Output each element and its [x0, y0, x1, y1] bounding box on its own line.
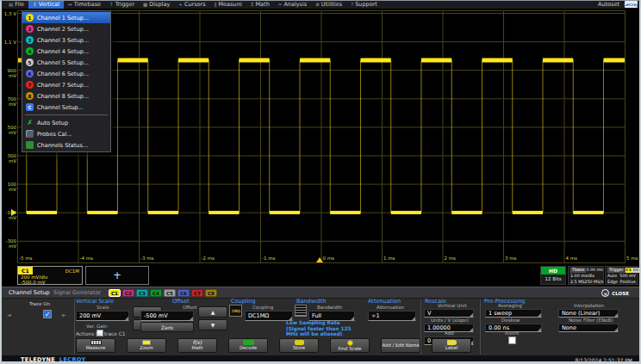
- menu-item-channel-4-setup[interactable]: 4Channel 4 Setup...: [22, 46, 110, 57]
- channel-button-c5[interactable]: C5: [164, 289, 176, 297]
- menu-item-channel-1-setup[interactable]: 1Channel 1 Setup...: [22, 12, 110, 23]
- next-arrow-icon[interactable]: ►: [62, 312, 66, 318]
- var-gain-label: Var. Gain: [86, 324, 108, 329]
- brand-lecroy: LECROY: [59, 356, 86, 363]
- timebase-descriptor-box[interactable]: Tbase 0.00 ms 1.00 ms/div 2.5 MS 250 MS/…: [568, 266, 604, 285]
- section-divider: [480, 299, 481, 355]
- menu-utilities[interactable]: ⊕Utilities: [311, 0, 346, 9]
- menu-item-channel-6-setup[interactable]: 6Channel 6 Setup...: [22, 68, 110, 79]
- menu-measure[interactable]: ∥Measure: [210, 0, 246, 9]
- menu-timebase[interactable]: ↔Timebase: [64, 0, 105, 9]
- scale-label: Scale: [96, 305, 109, 310]
- menu-file-label: File: [15, 1, 24, 8]
- trigger-descriptor-box[interactable]: Trigger C1 DC Auto 500 mV Edge Positive: [605, 266, 638, 285]
- menu-separator: [25, 114, 108, 115]
- menu-item-label: Channel 3 Setup...: [37, 37, 89, 44]
- vertical-scale-title: Vertical Scale: [76, 298, 114, 305]
- c1-channel-chip: C1: [18, 267, 33, 275]
- menu-item-label: Channel Setup...: [37, 104, 84, 111]
- menu-item-channel-5-setup[interactable]: 5Channel 5 Setup...: [22, 57, 110, 68]
- vertical-unit-field[interactable]: V: [424, 309, 474, 318]
- menu-display[interactable]: ▦Display: [139, 0, 174, 9]
- display-icon: ▦: [143, 2, 147, 7]
- c1-descriptor-box[interactable]: C1 DC1M 200 mV/div -500.0 mV: [17, 266, 83, 285]
- coupling-bnc-icon: 1MΩ: [229, 305, 242, 317]
- menu-file[interactable]: ▤File: [4, 0, 28, 9]
- action-add-edit-name-button[interactable]: Add / Edit Name: [381, 338, 420, 353]
- menu-item-channel-7-setup[interactable]: 7Channel 7 Setup...: [22, 79, 110, 90]
- menu-item-channels-status[interactable]: Channels Status...: [22, 139, 110, 151]
- menu-math[interactable]: ΣMath: [246, 0, 274, 9]
- menu-trigger[interactable]: ↑Trigger: [105, 0, 139, 9]
- menu-item-label: Probes Cal...: [37, 131, 72, 138]
- offset-down-button[interactable]: ▼: [198, 319, 227, 330]
- menu-cursors[interactable]: +Cursors: [174, 0, 209, 9]
- bandwidth-icon: [295, 305, 307, 317]
- menu-analysis[interactable]: ≈Analysis: [274, 0, 311, 9]
- interpolation-field[interactable]: None (Linear): [558, 309, 619, 318]
- scale-field[interactable]: 200 mV: [76, 311, 129, 321]
- action-label-button[interactable]: Label: [432, 338, 471, 353]
- channel-button-c6[interactable]: C6: [177, 289, 190, 297]
- channel-button-c7[interactable]: C7: [191, 289, 203, 297]
- action-label: Add / Edit Name: [383, 343, 420, 349]
- add-trace-button[interactable]: +: [85, 266, 149, 285]
- noise-filter-field[interactable]: None: [558, 324, 619, 332]
- hd-mode-box[interactable]: HD 12 Bits: [540, 266, 566, 285]
- channel-button-c4[interactable]: C4: [150, 289, 162, 297]
- menu-vertical[interactable]: ↕Vertical: [28, 0, 64, 9]
- action-zoom-button[interactable]: Zoom: [127, 338, 166, 353]
- action-math-button[interactable]: f(x)Math: [177, 338, 217, 353]
- menu-item-label: Channel 7 Setup...: [37, 82, 89, 89]
- channel-button-c8[interactable]: C8: [205, 289, 217, 297]
- offset-up-button[interactable]: ▲: [198, 306, 227, 318]
- menu-item-probes-cal[interactable]: Probes Cal...: [22, 128, 110, 139]
- channel-1-setup-icon: 1: [26, 14, 34, 22]
- offset-title: Offset: [172, 298, 190, 305]
- menu-item-auto-setup[interactable]: ✗Auto Setup: [22, 117, 110, 128]
- brand-teledyne: TELEDYNE: [21, 356, 55, 363]
- menu-trigger-label: Trigger: [115, 1, 134, 8]
- autoset-button[interactable]: Autoset: [598, 1, 619, 8]
- menu-cursors-label: Cursors: [184, 1, 206, 8]
- add-label: Add: [445, 330, 454, 336]
- x-axis-label: 1 ms: [383, 256, 395, 262]
- interpolation-label: Interpolation: [574, 303, 604, 308]
- bandwidth-title: Bandwidth: [296, 298, 327, 305]
- action-label: Math: [191, 346, 202, 351]
- actions-title: Actions for trace C1: [76, 331, 125, 336]
- action-decode-button[interactable]: Decode: [228, 338, 268, 353]
- channel-3-setup-icon: 3: [26, 36, 34, 44]
- tab-channel-setup[interactable]: Channel Setup: [5, 287, 53, 299]
- attenuation-label: Attenuation: [377, 305, 404, 310]
- trace-on-checkbox[interactable]: ✓: [43, 310, 52, 318]
- channel-button-c2[interactable]: C2: [122, 289, 134, 297]
- lecroy-logo-icon: LeCroy: [625, 1, 638, 8]
- vertical-icon: ↕: [33, 2, 37, 7]
- menu-item-label: Auto Setup: [37, 120, 68, 126]
- action-label: Store: [293, 346, 305, 351]
- zero-offset-button[interactable]: Zero: [140, 322, 194, 332]
- oscilloscope-screen: ▤File↕Vertical↔Timebase↑Trigger▦Display+…: [0, 0, 641, 364]
- offset-field[interactable]: -500 mV: [140, 311, 194, 321]
- menu-item-channel-8-setup[interactable]: 8Channel 8 Setup...: [22, 90, 110, 102]
- close-panel-button[interactable]: ✕ CLOSE: [601, 289, 629, 297]
- action-store-button[interactable]: Store: [279, 338, 319, 353]
- channel-button-c3[interactable]: C3: [136, 289, 148, 297]
- menu-item-channel-2-setup[interactable]: 2Channel 2 Setup...: [22, 23, 110, 34]
- offset-label: Offset: [183, 305, 197, 310]
- action-find-scale-button[interactable]: Find Scale: [330, 338, 370, 353]
- attenuation-field[interactable]: ÷1: [368, 311, 416, 321]
- averaging-field[interactable]: 1 sweep: [485, 309, 542, 318]
- menu-item-channel-setup[interactable]: CChannel Setup...: [22, 102, 110, 113]
- slope-label: Units / V (slope): [431, 318, 469, 323]
- menu-item-channel-3-setup[interactable]: 3Channel 3 Setup...: [22, 34, 110, 46]
- invert-checkbox[interactable]: [508, 336, 516, 344]
- channel-button-c1[interactable]: C1: [109, 289, 121, 297]
- prev-arrow-icon[interactable]: ◄: [7, 312, 11, 318]
- channel-4-setup-icon: 4: [26, 47, 34, 55]
- menu-support[interactable]: ?Support: [346, 0, 382, 9]
- action-measure-button[interactable]: Measure: [76, 338, 115, 353]
- trigger-level: 500 mV: [619, 273, 636, 279]
- coupling-label: Coupling: [252, 305, 273, 310]
